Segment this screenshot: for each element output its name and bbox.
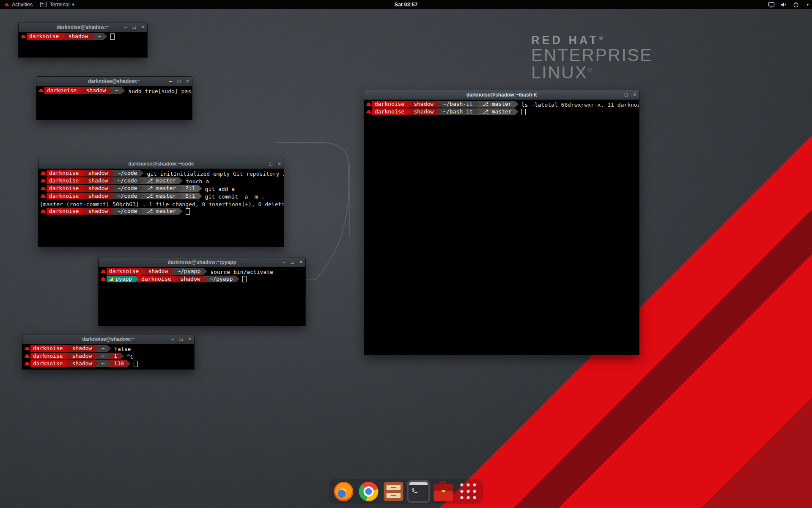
- prompt-segment-path: ~/code: [115, 185, 140, 192]
- terminal-content[interactable]: darknoiseshadow~/pyappsource bin/activat…: [99, 267, 305, 326]
- terminal-content[interactable]: darknoiseshadow~/bash-it⎇ masterls -lato…: [364, 100, 639, 355]
- clock[interactable]: Sat 03:57: [395, 2, 418, 8]
- terminal-content[interactable]: darknoiseshadow~: [19, 32, 147, 58]
- prompt-segment-host: shadow: [85, 185, 111, 192]
- terminal-content[interactable]: darknoiseshadow~sudo true[sudo] password…: [36, 86, 192, 120]
- window-title: darknoise@shadow:~/pyapp: [99, 257, 305, 267]
- registered-mark: ®: [599, 35, 603, 41]
- powerline-separator-icon: [95, 360, 99, 367]
- redhat-prompt-icon: [20, 33, 26, 40]
- terminal-window-sudo: darknoise@shadow:~ – □ × darknoiseshadow…: [36, 76, 192, 120]
- powerline-separator-icon: [121, 87, 125, 94]
- prompt-segment-git: ⎇ master: [144, 193, 179, 199]
- dock-chrome-icon[interactable]: [359, 482, 379, 501]
- dock-firefox-icon[interactable]: [334, 482, 354, 501]
- prompt-segment-user: darknoise: [30, 345, 66, 352]
- minimize-button[interactable]: –: [261, 159, 264, 168]
- powerline-separator-icon: [66, 353, 69, 359]
- files-icon: [384, 482, 403, 501]
- terminal-line: darknoiseshadow~/bash-it⎇ masterls -la: [365, 102, 541, 108]
- minimize-button[interactable]: –: [171, 334, 174, 344]
- close-button[interactable]: ×: [188, 334, 191, 344]
- terminal-text: drwxrwxr-x. 11 darknoise darknoise 4096 …: [568, 102, 639, 108]
- powerline-separator-icon: [171, 268, 175, 275]
- powerline-separator-icon: [107, 345, 111, 352]
- close-button[interactable]: ×: [186, 77, 189, 86]
- titlebar[interactable]: darknoise@shadow:~ – □ ×: [22, 334, 194, 344]
- terminal-line: darknoiseshadow~sudo true: [38, 88, 158, 94]
- maximize-button[interactable]: □: [133, 22, 136, 32]
- powerline-separator-icon: [104, 33, 107, 40]
- volume-icon: [780, 1, 787, 8]
- dock-files-icon[interactable]: [384, 482, 403, 501]
- dock-terminal-icon[interactable]: [409, 482, 428, 501]
- powerline-separator-icon: [515, 101, 518, 108]
- python-icon: [109, 277, 113, 281]
- app-menu-terminal[interactable]: Terminal ▼: [36, 0, 79, 9]
- prompt-segment-path: ~: [99, 353, 107, 359]
- close-button[interactable]: ×: [633, 90, 636, 99]
- titlebar[interactable]: darknoise@shadow:~ – □ ×: [36, 77, 192, 86]
- powerline-separator-icon: [236, 276, 239, 282]
- minimize-button[interactable]: –: [124, 22, 127, 32]
- terminal-line: [sudo] password for darknoise:: [158, 88, 192, 94]
- activities-button[interactable]: Activities: [0, 0, 36, 9]
- terminal-content[interactable]: darknoiseshadow~falsedarknoiseshadow~1^C…: [22, 344, 194, 370]
- powerline-separator-icon: [95, 353, 99, 359]
- window-title: darknoise@shadow:~: [36, 77, 192, 86]
- minimize-button[interactable]: –: [616, 90, 619, 99]
- titlebar[interactable]: darknoise@shadow:~/pyapp – □ ×: [99, 257, 305, 267]
- brand-line-enterprise: ENTERPRISE: [531, 47, 653, 64]
- prompt-segment-host: shadow: [85, 193, 111, 199]
- minimize-button[interactable]: –: [283, 257, 285, 267]
- redhat-prompt-icon: [40, 170, 46, 177]
- powerline-separator-icon: [82, 170, 85, 177]
- prompt-segment-host: shadow: [69, 345, 95, 352]
- titlebar[interactable]: darknoise@shadow:~ – □ ×: [19, 22, 147, 32]
- maximize-button[interactable]: □: [625, 90, 628, 99]
- terminal-line: darknoiseshadow~/code⎇ mastertouch a: [40, 178, 209, 185]
- prompt-segment-user: darknoise: [372, 108, 407, 115]
- prompt-segment-git: ⎇ master: [144, 177, 179, 184]
- display-icon: [768, 1, 775, 8]
- titlebar[interactable]: darknoise@shadow:~/code – □ ×: [38, 159, 284, 169]
- system-status-area[interactable]: ▾: [768, 0, 809, 9]
- terminal-cursor: [186, 208, 190, 215]
- terminal-text: git init: [144, 171, 173, 177]
- terminal-content[interactable]: darknoiseshadow~/codegit initInitialized…: [38, 169, 284, 247]
- minimize-button[interactable]: –: [169, 77, 172, 86]
- close-button[interactable]: ×: [141, 22, 144, 32]
- prompt-segment-host: shadow: [85, 208, 111, 215]
- redhat-prompt-icon: [100, 276, 106, 282]
- prompt-segment-user: darknoise: [47, 208, 82, 215]
- prompt-segment-git: ⎇ master: [480, 101, 515, 108]
- prompt-segment-path: ~/pyapp: [207, 276, 236, 282]
- dock-toolbox-icon[interactable]: [434, 482, 453, 501]
- prompt-segment-user: darknoise: [372, 101, 407, 108]
- terminal-cursor: [242, 276, 247, 282]
- powerline-separator-icon: [107, 353, 111, 359]
- terminal-window-bash-it: darknoise@shadow:~/bash-it – □ × darknoi…: [364, 90, 639, 355]
- prompt-segment-host: shadow: [83, 87, 109, 94]
- dock-app-grid-icon[interactable]: [459, 482, 478, 501]
- maximize-button[interactable]: □: [291, 257, 294, 267]
- maximize-button[interactable]: □: [178, 77, 181, 86]
- powerline-separator-icon: [407, 101, 411, 108]
- prompt-segment-path: ~: [112, 87, 121, 94]
- window-title: darknoise@shadow:~/bash-it: [364, 90, 639, 99]
- powerline-separator-icon: [66, 345, 69, 352]
- terminal-line: darknoiseshadow~/code⎇ master?:1git add …: [40, 186, 235, 192]
- powerline-separator-icon: [80, 87, 83, 94]
- terminal-text: [master (root-commit) 50bcb63] .: [40, 201, 145, 207]
- close-button[interactable]: ×: [299, 257, 302, 267]
- powerline-separator-icon: [82, 193, 85, 199]
- prompt-segment-venv: pyapp: [107, 276, 135, 282]
- titlebar[interactable]: darknoise@shadow:~/bash-it – □ ×: [364, 90, 639, 100]
- powerline-separator-icon: [407, 108, 411, 115]
- prompt-segment-path: ~/code: [115, 170, 140, 177]
- terminal-line: darknoiseshadow~130: [24, 361, 138, 367]
- redhat-prompt-icon: [24, 345, 30, 352]
- close-button[interactable]: ×: [278, 159, 281, 168]
- maximize-button[interactable]: □: [180, 334, 183, 344]
- maximize-button[interactable]: □: [269, 159, 272, 168]
